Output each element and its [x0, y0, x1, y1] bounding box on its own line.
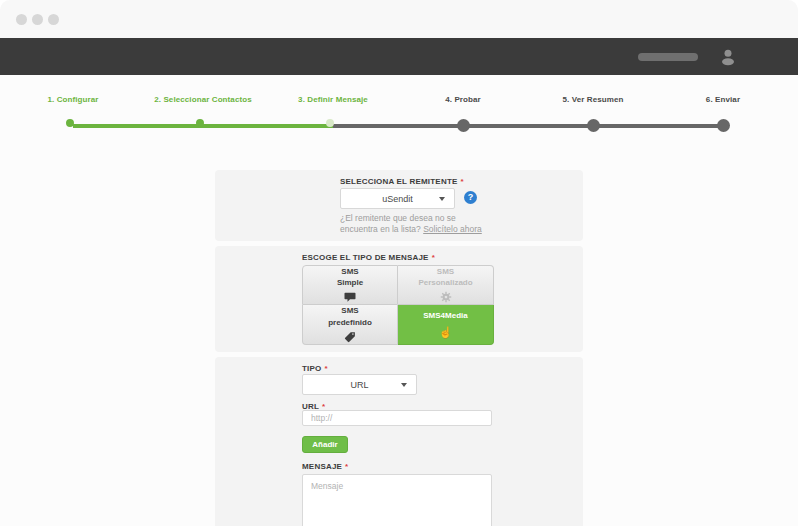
stepper-track-pending	[333, 124, 723, 128]
window-control-dot[interactable]	[16, 14, 27, 25]
step-circle-icon	[587, 119, 600, 132]
help-icon[interactable]: ?	[464, 191, 477, 204]
message-type-panel: ESCOGE EL TIPO DE MENSAJE* SMS Simple SM…	[215, 246, 583, 352]
page-content: 1. Configurar 2. Seleccionar Contactos 3…	[0, 75, 798, 526]
option-sms-simple[interactable]: SMS Simple	[302, 265, 398, 305]
step-circle-icon	[717, 119, 730, 132]
sender-dropdown-value: uSendit	[382, 194, 413, 204]
required-asterisk: *	[432, 253, 435, 262]
tipo-label: TIPO*	[302, 364, 328, 373]
required-asterisk: *	[324, 364, 327, 373]
sender-dropdown[interactable]: uSendit	[340, 188, 455, 209]
gear-icon	[440, 291, 452, 303]
message-type-label: ESCOGE EL TIPO DE MENSAJE*	[302, 253, 435, 262]
window-control-dot[interactable]	[32, 14, 43, 25]
wizard-stepper: 1. Configurar 2. Seleccionar Contactos 3…	[0, 75, 798, 145]
window-control-dot[interactable]	[48, 14, 59, 25]
user-avatar-icon[interactable]	[718, 47, 738, 67]
tag-icon	[344, 331, 356, 343]
navbar-placeholder-pill	[638, 53, 698, 61]
hand-pointer-icon: ☝	[439, 326, 453, 338]
required-asterisk: *	[345, 462, 348, 471]
required-asterisk: *	[461, 177, 464, 186]
media-message-panel: TIPO* URL URL* Añadir MENSAJE*	[215, 357, 583, 526]
step-circle-icon	[66, 119, 74, 127]
option-sms4media[interactable]: SMS4Media ☝	[398, 305, 494, 345]
mensaje-label: MENSAJE*	[302, 462, 348, 471]
request-sender-link[interactable]: Solicítelo ahora	[423, 224, 482, 234]
message-type-options: SMS Simple SMS Personalizado	[302, 265, 496, 347]
mensaje-textarea[interactable]	[302, 474, 492, 526]
step-circle-icon	[326, 119, 334, 127]
sender-panel: SELECCIONA EL REMITENTE* uSendit ? ¿El r…	[215, 170, 583, 241]
step-circle-icon	[457, 119, 470, 132]
add-button[interactable]: Añadir	[302, 436, 348, 453]
chevron-down-icon	[439, 197, 445, 201]
url-input[interactable]	[302, 410, 492, 426]
top-navbar	[0, 38, 798, 75]
option-sms-predefinido[interactable]: SMS predefinido	[302, 305, 398, 345]
option-sms-personalizado[interactable]: SMS Personalizado	[398, 265, 494, 305]
tipo-dropdown-value: URL	[350, 380, 368, 390]
sender-helper-text: ¿El remitente que desea no se encuentra …	[340, 213, 482, 235]
sender-label: SELECCIONA EL REMITENTE*	[340, 177, 464, 186]
app-window: 1. Configurar 2. Seleccionar Contactos 3…	[0, 0, 798, 526]
browser-titlebar	[0, 0, 798, 38]
chevron-down-icon	[401, 383, 407, 387]
chat-icon	[344, 291, 356, 303]
tipo-dropdown[interactable]: URL	[302, 374, 417, 395]
step-circle-icon	[196, 119, 204, 127]
